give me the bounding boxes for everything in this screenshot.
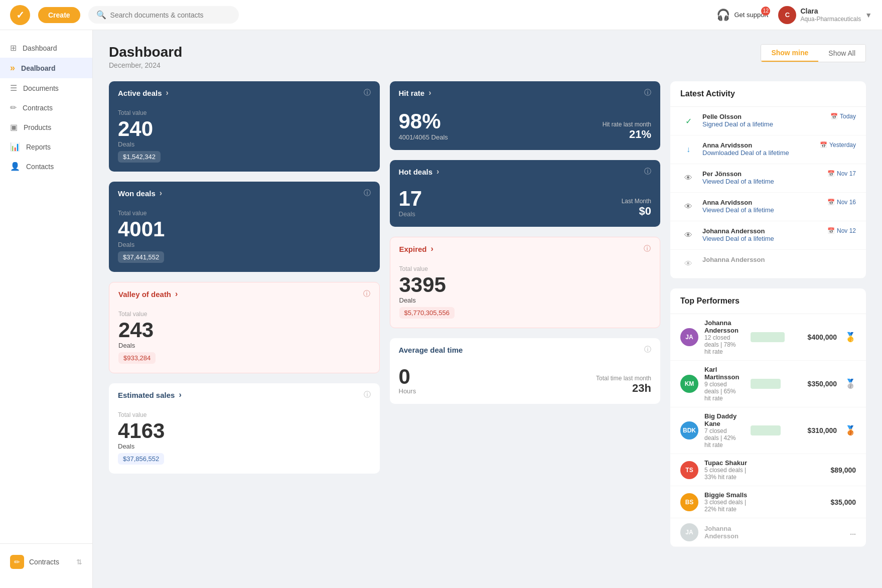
hit-rate-info-icon[interactable]: ⓘ xyxy=(644,88,651,97)
reports-icon: 📊 xyxy=(10,142,20,152)
sidebar-bottom-contracts[interactable]: ✏ Contracts ⇅ xyxy=(0,550,92,574)
page-title-section: Dashboard December, 2024 xyxy=(109,44,182,69)
active-deals-unit: Deals xyxy=(118,140,371,148)
activity-name: Johanna Andersson xyxy=(702,256,856,263)
bottom-contracts-icon: ✏ xyxy=(10,555,24,569)
estimated-sales-arrow-icon[interactable]: › xyxy=(179,390,181,399)
hit-rate-title: Hit rate › xyxy=(399,88,431,97)
expired-info-icon[interactable]: ⓘ xyxy=(644,244,651,253)
performer-avatar: KM xyxy=(680,375,698,393)
activity-item: 👁 Per Jönsson Viewed Deal of a lifetime … xyxy=(670,164,866,193)
hot-deals-last-month-label: Last Month xyxy=(622,198,651,205)
hot-deals-arrow-icon[interactable]: › xyxy=(436,167,439,176)
estimated-sales-info-icon[interactable]: ⓘ xyxy=(364,390,371,399)
performer-bar xyxy=(751,332,785,342)
logo[interactable]: ✓ xyxy=(10,5,30,25)
hot-deals-last-month-value: $0 xyxy=(622,205,651,218)
performer-avatar: JA xyxy=(680,328,698,346)
active-deals-count: 240 xyxy=(118,118,371,139)
hot-deals-body: 17 Deals Last Month $0 xyxy=(390,183,661,227)
hot-deals-info-icon[interactable]: ⓘ xyxy=(644,167,651,176)
sidebar-item-label: Reports xyxy=(26,143,51,151)
performer-name: Johanna Andersson xyxy=(704,319,741,334)
expired-card: Expired › ⓘ Total value 3395 Deals $5,77… xyxy=(390,237,661,328)
active-deals-arrow-icon[interactable]: › xyxy=(166,88,169,97)
avg-deal-time-last-month-label: Total time last month xyxy=(596,375,651,382)
performer-item: BDK Big Daddy Kane 7 closed deals | 42% … xyxy=(670,407,866,454)
performer-stats: 9 closed deals | 65% hit rate xyxy=(704,381,741,402)
contacts-icon: 👤 xyxy=(10,162,20,171)
eye-icon: 👁 xyxy=(680,170,696,186)
calendar-icon: 📅 xyxy=(830,113,838,120)
performer-info: Johanna Andersson xyxy=(704,525,754,540)
sidebar-item-dashboard[interactable]: ⊞ Dashboard xyxy=(0,38,92,58)
left-column: Active deals › ⓘ Total value 240 Deals $… xyxy=(109,81,380,547)
page-subtitle: December, 2024 xyxy=(109,61,182,69)
activity-item: 👁 Johanna Andersson Viewed Deal of a lif… xyxy=(670,221,866,250)
page-title: Dashboard xyxy=(109,44,182,60)
expired-unit: Deals xyxy=(399,297,651,304)
valley-info-icon[interactable]: ⓘ xyxy=(363,289,370,299)
activity-name: Per Jönsson xyxy=(702,170,821,178)
won-deals-value-badge: $37,441,552 xyxy=(118,251,164,263)
show-all-button[interactable]: Show All xyxy=(818,45,865,62)
hot-deals-header: Hot deals › ⓘ xyxy=(390,160,661,183)
active-deals-header: Active deals › ⓘ xyxy=(109,81,380,104)
search-input[interactable] xyxy=(110,11,231,19)
sidebar-item-contacts[interactable]: 👤 Contacts xyxy=(0,157,92,176)
user-info: Clara Aqua-Pharmaceuticals xyxy=(800,7,861,24)
view-toggle: Show mine Show All xyxy=(761,44,866,62)
support-button[interactable]: 🎧 12 Get support xyxy=(716,9,768,22)
valley-arrow-icon[interactable]: › xyxy=(175,289,178,299)
create-button[interactable]: Create xyxy=(38,7,80,23)
show-mine-button[interactable]: Show mine xyxy=(761,45,818,62)
avatar: C xyxy=(778,6,796,24)
sidebar-item-reports[interactable]: 📊 Reports xyxy=(0,137,92,157)
eye-icon: 👁 xyxy=(680,256,696,272)
user-section[interactable]: C Clara Aqua-Pharmaceuticals ▼ xyxy=(778,6,872,24)
sidebar-item-label: Dashboard xyxy=(23,44,57,52)
performer-name: Johanna Andersson xyxy=(704,525,754,540)
logo-icon: ✓ xyxy=(16,9,25,21)
hot-deals-card: Hot deals › ⓘ 17 Deals Last Month $0 xyxy=(390,160,661,227)
top-performers-panel: Top Performers JA Johanna Andersson 12 c… xyxy=(670,288,866,547)
performers-header: Top Performers xyxy=(670,288,866,314)
active-deals-info-icon[interactable]: ⓘ xyxy=(364,88,371,97)
sidebar-item-label: Dealboard xyxy=(21,64,55,72)
activity-name: Pelle Olsson xyxy=(702,113,824,120)
hit-rate-deals: 4001/4065 Deals xyxy=(399,133,448,141)
won-deals-card: Won deals › ⓘ Total value 4001 Deals $37… xyxy=(109,182,380,272)
won-deals-title: Won deals › xyxy=(118,189,162,198)
estimated-sales-header: Estimated sales › ⓘ xyxy=(109,383,380,406)
performer-name: Karl Martinsson xyxy=(704,366,741,381)
performer-info: Tupac Shakur 5 closed deals | 33% hit ra… xyxy=(704,459,754,481)
performer-stats: 12 closed deals | 78% hit rate xyxy=(704,334,741,355)
performer-info: Johanna Andersson 12 closed deals | 78% … xyxy=(704,319,741,355)
calendar-icon: 📅 xyxy=(827,227,835,234)
active-deals-title: Active deals › xyxy=(118,88,169,97)
hit-rate-last-month: Hit rate last month 21% xyxy=(603,121,651,141)
sidebar-item-documents[interactable]: ☰ Documents xyxy=(0,78,92,98)
activity-action: Viewed Deal of a lifetime xyxy=(702,178,821,185)
avg-deal-time-last-month-value: 23h xyxy=(596,382,651,395)
expired-body: Total value 3395 Deals $5,770,305,556 xyxy=(390,260,660,328)
hit-rate-card: Hit rate › ⓘ 98% 4001/4065 Deals Hit rat… xyxy=(390,81,661,150)
activity-date: 📅 Today xyxy=(830,113,856,120)
won-deals-info-icon[interactable]: ⓘ xyxy=(364,189,371,198)
activity-item: ↓ Anna Arvidsson Downloaded Deal of a li… xyxy=(670,135,866,164)
won-deals-unit: Deals xyxy=(118,241,371,248)
hit-rate-arrow-icon[interactable]: › xyxy=(428,88,431,97)
sidebar-item-products[interactable]: ▣ Products xyxy=(0,117,92,137)
estimated-sales-title: Estimated sales › xyxy=(118,390,182,399)
expired-arrow-icon[interactable]: › xyxy=(431,244,433,253)
avg-deal-time-info-icon[interactable]: ⓘ xyxy=(644,345,651,354)
won-deals-arrow-icon[interactable]: › xyxy=(160,189,162,198)
sidebar-item-label: Contracts xyxy=(23,104,53,112)
silver-medal-icon: 🥈 xyxy=(845,378,856,389)
performer-value: $350,000 xyxy=(797,380,837,388)
sidebar-item-dealboard[interactable]: » Dealboard xyxy=(0,58,92,78)
sidebar-item-contracts[interactable]: ✏ Contracts xyxy=(0,98,92,117)
search-bar[interactable]: 🔍 xyxy=(88,6,239,24)
main-content: Dashboard December, 2024 Show mine Show … xyxy=(93,30,882,588)
activity-item: 👁 Anna Arvidsson Viewed Deal of a lifeti… xyxy=(670,193,866,221)
